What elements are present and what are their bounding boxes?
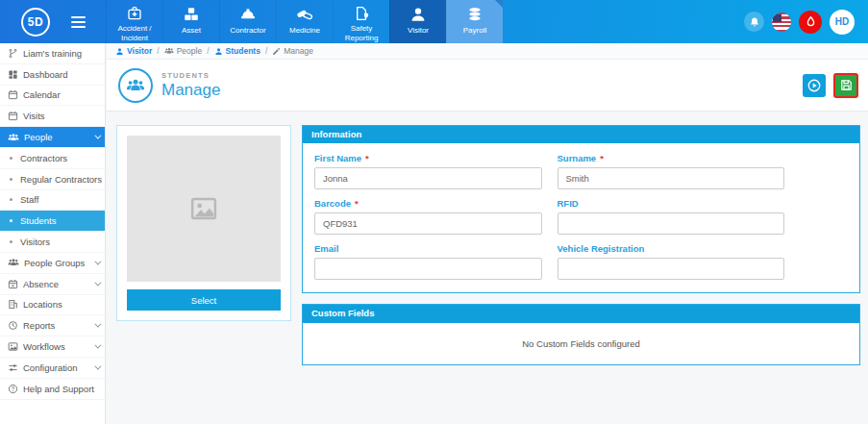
nav-tab-label: Visitor [406,26,431,36]
page-eyebrow: STUDENTS [161,71,220,80]
sidebar-item-regular-contractors[interactable]: Regular Contractors [0,169,105,190]
vehicle-registration-input[interactable] [558,258,785,280]
sidebar-item-help-and-support[interactable]: Help and Support [0,379,105,400]
breadcrumb-label: Visitor [127,46,152,56]
information-panel: Information First Name* Surname* Barcode… [302,125,860,293]
content-area: Select Information First Name* Surname* … [107,112,868,365]
language-flag-button[interactable] [772,12,791,32]
people-icon [8,132,19,143]
nav-tab-accident-incident[interactable]: Accident / Incident [106,0,162,43]
sidebar-item-people-groups[interactable]: People Groups [0,253,105,274]
sidebar-item-label: Dashboard [23,69,67,80]
sidebar-item-label: Locations [23,299,62,310]
custom-fields-empty-message: No Custom Fields configured [303,323,859,364]
field-label: Barcode* [314,198,542,209]
breadcrumb-item-manage[interactable]: Manage [272,46,313,56]
title-actions [803,73,858,98]
nav-tab-safety-reporting[interactable]: Safety Reporting [333,0,389,43]
save-button[interactable] [833,73,858,98]
calendar-icon [8,89,18,100]
image-icon [189,194,218,223]
sidebar-item-label: Staff [20,194,38,205]
people-icon [8,257,19,268]
notifications-button[interactable] [744,12,764,32]
app-logo-text: 5D [28,15,43,29]
sidebar-item-configuration[interactable]: Configuration [0,358,105,379]
sidebar-item-label: People Groups [24,258,85,268]
logo-area: 5D [0,0,106,43]
breadcrumb-item-people[interactable]: People [164,46,202,56]
required-marker: * [355,198,359,209]
sidebar-item-label: People [24,132,53,142]
select-photo-button[interactable]: Select [127,289,281,311]
custom-fields-panel-header: Custom Fields [303,305,859,322]
avatar-initials: HD [835,16,849,27]
pills-icon [296,6,313,23]
field-label: Surname* [558,153,785,163]
people-icon [126,76,145,95]
sidebar-item-label: Visits [23,111,45,121]
top-bar: 5D Accident / Incident Asset Contractor … [0,0,868,43]
sidebar-item-label: Workflows [23,341,65,352]
back-button[interactable] [803,74,826,97]
nav-tab-contractor[interactable]: Contractor [219,0,276,43]
first-aid-icon [126,6,143,21]
document-shield-icon [353,6,370,21]
information-form: First Name* Surname* Barcode* RFID [303,143,859,292]
nav-tab-visitor[interactable]: Visitor [389,0,446,43]
user-avatar[interactable]: HD [830,10,855,35]
nav-tab-asset[interactable]: Asset [162,0,219,43]
nav-tab-label: Asset [180,26,203,36]
sidebar-item-label: Reports [23,320,55,331]
sidebar-item-label: Configuration [23,362,78,373]
person-icon [214,47,223,56]
sidebar-item-label: Calendar [23,89,61,100]
sidebar-item-contractors[interactable]: Contractors [0,148,105,169]
top-nav: Accident / Incident Asset Contractor Med… [106,0,503,43]
field-vehicle-registration: Vehicle Registration [558,243,785,280]
sidebar-item-people[interactable]: People [0,127,105,148]
sidebar-item-visits[interactable]: Visits [0,106,105,127]
sidebar-item-liams-training[interactable]: Liam's training [0,43,105,64]
sidebar-item-label: Regular Contractors [20,174,102,185]
breadcrumb-label: Manage [284,46,313,56]
sidebar-item-calendar[interactable]: Calendar [0,86,105,107]
sidebar-item-visitors[interactable]: Visitors [0,232,105,253]
chevron-down-icon [94,279,101,286]
nav-tab-label: Payroll [461,26,488,36]
chevron-down-icon [94,342,101,349]
alerts-button[interactable] [799,11,822,34]
breadcrumb-item-visitor[interactable]: Visitor [115,46,152,56]
sidebar-item-reports[interactable]: Reports [0,315,105,337]
sidebar-item-absence[interactable]: Absence [0,274,105,295]
required-marker: * [365,153,369,163]
barcode-input[interactable] [314,212,542,235]
nav-tab-medicine[interactable]: Medicine [276,0,333,43]
field-barcode: Barcode* [314,198,542,235]
field-label: Email [314,243,542,254]
sidebar-item-locations[interactable]: Locations [0,295,105,316]
sidebar-item-label: Liam's training [23,48,82,59]
sidebar-item-students[interactable]: Students [0,211,105,232]
field-label-text: Vehicle Registration [558,243,645,254]
breadcrumb-separator: / [157,46,159,56]
field-label: RFID [558,198,785,209]
field-label-text: First Name [314,153,361,163]
bell-icon [749,16,760,28]
surname-input[interactable] [558,167,785,189]
breadcrumb-item-students[interactable]: Students [214,46,260,56]
menu-toggle-icon[interactable] [71,13,86,31]
sidebar-item-dashboard[interactable]: Dashboard [0,64,105,86]
image-icon [8,341,18,352]
rfid-input[interactable] [558,212,785,235]
people-icon [164,46,174,56]
nav-tab-payroll[interactable]: Payroll [446,0,503,43]
sidebar-item-staff[interactable]: Staff [0,190,105,212]
first-name-input[interactable] [314,167,542,189]
email-input[interactable] [314,258,542,280]
sliders-icon [8,362,18,373]
sidebar-item-workflows[interactable]: Workflows [0,337,105,358]
page-title: Manage [161,81,220,100]
nav-tab-label: Contractor [228,26,267,36]
top-bar-right: HD [744,0,868,43]
